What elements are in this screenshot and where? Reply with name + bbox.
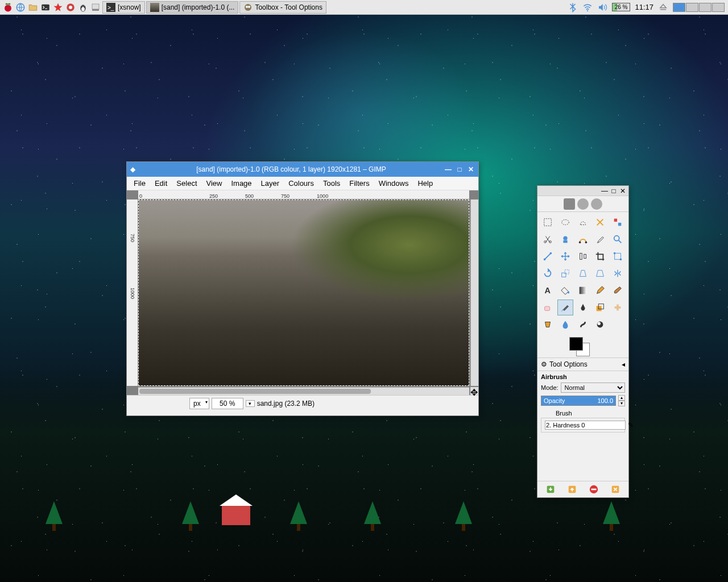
brush-edit-icon[interactable]: ✎: [628, 421, 634, 429]
text-tool[interactable]: A: [540, 282, 556, 298]
close-button[interactable]: ✕: [467, 165, 475, 173]
perspective-clone-tool[interactable]: [540, 317, 556, 332]
opacity-down[interactable]: ▾: [618, 401, 625, 406]
clock[interactable]: 11:17: [635, 3, 653, 11]
menu-layer[interactable]: Layer: [258, 178, 283, 189]
mode-select[interactable]: Normal: [561, 383, 625, 393]
show-desktop-icon[interactable]: [90, 2, 101, 13]
gimp-canvas[interactable]: [138, 199, 469, 386]
menu-edit[interactable]: Edit: [151, 178, 171, 189]
maximize-button[interactable]: □: [456, 165, 464, 173]
toolbox-close-button[interactable]: ✕: [619, 188, 626, 194]
paths-tool[interactable]: [575, 231, 591, 247]
vertical-ruler[interactable]: 750 1000: [127, 199, 138, 386]
blur-tool[interactable]: [557, 317, 573, 332]
save-options-icon[interactable]: [545, 484, 556, 495]
menu-image[interactable]: Image: [228, 178, 255, 189]
rect-select-tool[interactable]: [540, 214, 556, 230]
vertical-scrollbar[interactable]: [470, 199, 478, 386]
taskbar-item-xsnow[interactable]: >_ [xsnow]: [102, 1, 145, 14]
menu-filters[interactable]: Filters: [346, 178, 373, 189]
detach-icon[interactable]: ◂: [622, 360, 625, 368]
reset-options-icon[interactable]: [610, 484, 621, 495]
perspective-tool[interactable]: [592, 265, 608, 281]
opacity-slider[interactable]: Opacity 100.0: [541, 396, 616, 406]
menu-help[interactable]: Help: [414, 178, 436, 189]
taskbar-item-gimp-toolbox[interactable]: Toolbox - Tool Options: [239, 1, 326, 14]
gradient-tool[interactable]: [575, 282, 591, 298]
mode-label: Mode:: [541, 384, 559, 391]
unit-selector[interactable]: px: [189, 398, 209, 409]
heal-tool[interactable]: [610, 300, 626, 315]
dodge-tool[interactable]: [592, 317, 608, 332]
menu-view[interactable]: View: [203, 178, 226, 189]
toolbox-titlebar[interactable]: — □ ✕: [537, 186, 628, 196]
horizontal-ruler[interactable]: 0 250 500 750 1000: [138, 190, 469, 199]
app-icon-circle[interactable]: [65, 2, 76, 13]
gimp-titlebar[interactable]: ◆ [sand] (imported)-1.0 (RGB colour, 1 l…: [127, 162, 478, 177]
rotate-tool[interactable]: [540, 265, 556, 281]
tool-options-header[interactable]: ⚙ Tool Options ◂: [537, 357, 628, 371]
toolbox-maximize-button[interactable]: □: [610, 188, 617, 194]
toolbox-minimize-button[interactable]: —: [601, 188, 608, 194]
app-icon-tux[interactable]: [77, 2, 89, 13]
color-select-tool[interactable]: [610, 214, 626, 230]
scale-tool[interactable]: [557, 265, 573, 281]
foreground-select-tool[interactable]: [557, 231, 573, 247]
menu-windows[interactable]: Windows: [375, 178, 412, 189]
color-picker-tool[interactable]: [592, 231, 608, 247]
align-tool[interactable]: [575, 248, 591, 264]
bucket-fill-tool[interactable]: [557, 282, 573, 298]
free-select-tool[interactable]: [575, 214, 591, 230]
workspace-4[interactable]: [712, 3, 725, 12]
app-icon-red[interactable]: [52, 2, 64, 13]
workspace-3[interactable]: [699, 3, 712, 12]
fuzzy-select-tool[interactable]: [592, 214, 608, 230]
paintbrush-tool[interactable]: [610, 282, 626, 298]
workspace-2[interactable]: [686, 3, 698, 12]
opacity-up[interactable]: ▴: [618, 395, 625, 401]
measure-tool[interactable]: [540, 248, 556, 264]
zoom-field[interactable]: 50 %: [212, 398, 243, 409]
scissors-tool[interactable]: [540, 231, 556, 247]
taskbar-item-gimp-image[interactable]: [sand] (imported)-1.0 (...: [146, 1, 239, 14]
clone-tool[interactable]: [592, 300, 608, 315]
menu-tools[interactable]: Tools: [320, 178, 344, 189]
brush-name-field[interactable]: [545, 421, 626, 430]
web-browser-icon[interactable]: [15, 2, 26, 13]
workspace-1[interactable]: [673, 3, 685, 12]
zoom-dropdown[interactable]: ▾: [246, 400, 255, 407]
workspace-switcher[interactable]: [673, 3, 725, 12]
terminal-icon[interactable]: [40, 2, 51, 13]
menu-file[interactable]: File: [130, 178, 149, 189]
bluetooth-icon[interactable]: [568, 2, 578, 13]
unified-transform-tool[interactable]: [610, 248, 626, 264]
menu-select[interactable]: Select: [173, 178, 200, 189]
shear-tool[interactable]: [575, 265, 591, 281]
eraser-tool[interactable]: [540, 300, 556, 315]
flip-tool[interactable]: [610, 265, 626, 281]
svg-rect-27: [563, 240, 567, 243]
horizontal-scrollbar[interactable]: [138, 387, 469, 395]
ellipse-select-tool[interactable]: [557, 214, 573, 230]
navigate-icon[interactable]: ✥: [470, 387, 478, 395]
menu-colours[interactable]: Colours: [285, 178, 317, 189]
crop-tool[interactable]: [592, 248, 608, 264]
delete-options-icon[interactable]: [588, 484, 599, 495]
airbrush-tool[interactable]: [557, 300, 573, 315]
volume-icon[interactable]: [597, 2, 607, 13]
gimp-statusbar: px 50 % ▾ sand.jpg (23.2 MB): [127, 395, 478, 411]
smudge-tool[interactable]: [575, 317, 591, 332]
pencil-tool[interactable]: [592, 282, 608, 298]
wifi-icon[interactable]: [582, 2, 593, 13]
eject-icon[interactable]: [658, 2, 668, 13]
restore-options-icon[interactable]: [566, 484, 578, 495]
battery-indicator[interactable]: 26 %: [612, 3, 631, 11]
file-manager-icon[interactable]: [27, 2, 39, 13]
move-tool[interactable]: [557, 248, 573, 264]
ink-tool[interactable]: [575, 300, 591, 315]
foreground-color[interactable]: [569, 337, 583, 351]
raspberry-menu-icon[interactable]: [2, 2, 14, 13]
minimize-button[interactable]: —: [444, 165, 452, 173]
zoom-tool[interactable]: [610, 231, 626, 247]
